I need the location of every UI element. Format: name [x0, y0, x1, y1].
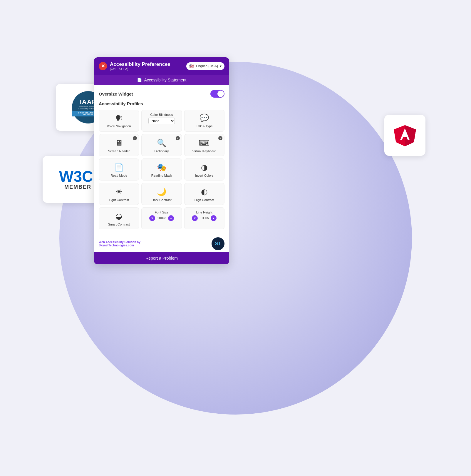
voice-navigation-item[interactable]: 🗣 Voice Navigation [99, 110, 139, 132]
statement-icon: 📄 [137, 78, 142, 82]
light-contrast-label: Light Contrast [109, 198, 129, 202]
w3c-member: MEMBER [64, 184, 91, 190]
font-size-decrease-button[interactable]: ▾ [149, 215, 155, 221]
font-size-increase-button[interactable]: ▴ [168, 215, 174, 221]
light-contrast-icon: ☀ [115, 187, 122, 196]
panel-title-group: Accessibility Preferences (Ctrl + Alt + … [110, 61, 170, 71]
invert-colors-item[interactable]: ◑ Invert Colors [184, 158, 224, 181]
talk-type-icon: 💬 [200, 113, 209, 123]
color-blindness-item[interactable]: Color Blindness None Protanopia Deuteran… [141, 110, 182, 132]
light-contrast-item[interactable]: ☀ Light Contrast [99, 183, 139, 205]
font-size-label: Font Size [155, 211, 168, 214]
panel-footer: Web Accessibility Solution by SkynetTech… [94, 234, 229, 252]
angular-card [384, 115, 425, 156]
report-problem-bar[interactable]: Report a Problem [94, 252, 229, 264]
w3c-logo-container: W3C ® [59, 169, 97, 184]
smart-contrast-item[interactable]: ◒ Smart Contrast [99, 207, 139, 229]
flag-icon: 🇺🇸 [189, 64, 194, 69]
color-blindness-label: Color Blindness [150, 113, 173, 116]
panel-body: Oversize Widget Accessibility Profiles 🗣… [94, 85, 229, 234]
footer-text-group: Web Accessibility Solution by SkynetTech… [99, 240, 140, 247]
oversize-widget-row: Oversize Widget [99, 90, 224, 98]
virtual-keyboard-icon: ⌨ [199, 138, 210, 148]
screen-reader-info-icon: i [133, 136, 137, 140]
virtual-keyboard-info-icon: i [218, 136, 222, 140]
read-mode-item[interactable]: 📄 Read Mode [99, 158, 139, 181]
screen-reader-item[interactable]: i 🖥 Screen Reader [99, 134, 139, 156]
dictionary-item[interactable]: i 🔍 Dictionary [141, 134, 182, 156]
high-contrast-label: High Contrast [195, 198, 214, 202]
screen-reader-icon: 🖥 [115, 138, 123, 148]
dictionary-info-icon: i [176, 136, 180, 140]
line-height-label: Line Height [196, 211, 212, 214]
line-height-decrease-button[interactable]: ▾ [192, 215, 198, 221]
profiles-heading: Accessibility Profiles [99, 101, 224, 106]
angular-icon [392, 122, 418, 148]
read-mode-label: Read Mode [110, 174, 127, 177]
font-size-control: ▾ 100% ▴ [149, 215, 174, 221]
smart-contrast-label: Smart Contrast [108, 223, 130, 226]
language-label: English (USA) [196, 64, 218, 68]
dark-contrast-icon: 🌙 [157, 187, 166, 196]
footer-text-main: Web Accessibility Solution by [99, 240, 140, 244]
screen-reader-label: Screen Reader [108, 149, 130, 153]
dictionary-label: Dictionary [155, 149, 169, 153]
close-button[interactable]: ✕ [99, 62, 107, 70]
oversize-label: Oversize Widget [99, 91, 133, 96]
line-height-item[interactable]: Line Height ▾ 100% ▴ [184, 207, 224, 229]
voice-navigation-icon: 🗣 [115, 113, 123, 123]
talk-type-label: Talk & Type [196, 124, 213, 128]
language-selector[interactable]: 🇺🇸 English (USA) ▾ [186, 62, 224, 70]
invert-colors-label: Invert Colors [195, 174, 213, 177]
profiles-row: 🗣 Voice Navigation Color Blindness None … [99, 110, 224, 132]
reading-mask-label: Reading Mask [151, 174, 172, 177]
accessibility-statement-bar[interactable]: 📄 Accessibility Statement [94, 75, 229, 85]
panel-header-left: ✕ Accessibility Preferences (Ctrl + Alt … [99, 61, 170, 71]
panel-title: Accessibility Preferences [110, 61, 170, 67]
toggle-knob [217, 91, 224, 97]
w3c-logo: W3C [59, 169, 93, 184]
panel-header: ✕ Accessibility Preferences (Ctrl + Alt … [94, 57, 229, 75]
reading-mask-icon: 🎭 [157, 163, 166, 172]
reading-mask-item[interactable]: 🎭 Reading Mask [141, 158, 182, 181]
statement-label: Accessibility Statement [144, 78, 187, 82]
read-mode-icon: 📄 [114, 163, 124, 172]
virtual-keyboard-label: Virtual Keyboard [192, 149, 216, 153]
feature-grid: i 🖥 Screen Reader i 🔍 Dictionary i ⌨ Vir… [99, 134, 224, 229]
chevron-down-icon: ▾ [220, 64, 222, 68]
font-size-value: 100% [156, 216, 167, 220]
dark-contrast-item[interactable]: 🌙 Dark Contrast [141, 183, 182, 205]
report-problem-label[interactable]: Report a Problem [145, 256, 178, 260]
line-height-increase-button[interactable]: ▴ [211, 215, 217, 221]
high-contrast-icon: ◐ [201, 187, 208, 196]
skynet-logo: ST [212, 237, 224, 250]
color-blindness-select[interactable]: None Protanopia Deuteranopia Tritanopia [148, 118, 175, 124]
smart-contrast-icon: ◒ [115, 212, 122, 221]
virtual-keyboard-item[interactable]: i ⌨ Virtual Keyboard [184, 134, 224, 156]
footer-attribution: Web Accessibility Solution by SkynetTech… [99, 240, 140, 247]
line-height-value: 100% [199, 216, 209, 220]
voice-navigation-label: Voice Navigation [107, 124, 131, 128]
accessibility-widget-panel: ✕ Accessibility Preferences (Ctrl + Alt … [94, 57, 229, 264]
line-height-control: ▾ 100% ▴ [192, 215, 217, 221]
footer-link[interactable]: SkynetTechnologies.com [99, 244, 134, 247]
font-size-item[interactable]: Font Size ▾ 100% ▴ [141, 207, 182, 229]
dark-contrast-label: Dark Contrast [152, 198, 172, 202]
dictionary-icon: 🔍 [157, 138, 166, 148]
high-contrast-item[interactable]: ◐ High Contrast [184, 183, 224, 205]
invert-colors-icon: ◑ [201, 163, 208, 172]
talk-and-type-item[interactable]: 💬 Talk & Type [184, 110, 224, 132]
panel-shortcut: (Ctrl + Alt + A) [110, 67, 170, 71]
oversize-toggle[interactable] [210, 90, 224, 98]
